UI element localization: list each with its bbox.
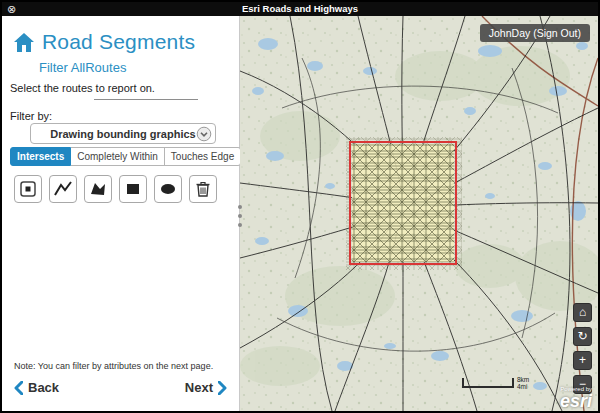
page-subtitle: Filter AllRoutes [39,60,126,75]
draw-toolbar [14,175,217,203]
map-canvas [240,16,598,411]
chevron-left-icon [14,381,23,395]
home-extent-button[interactable]: ⌂ [573,303,592,322]
next-label: Next [185,380,213,395]
esri-logo: Powered by esri [560,386,592,410]
home-icon [12,31,36,54]
window-title: Esri Roads and Highways [2,2,598,16]
spatial-filter-tabs: Intersects Completely Within Touches Edg… [10,147,241,166]
draw-rectangle-tool-button[interactable] [119,175,147,203]
divider-line [94,99,198,100]
chevron-right-icon [218,381,227,395]
ellipse-icon [158,179,178,199]
content: Road Segments Filter AllRoutes Select th… [2,16,598,411]
page-title: Road Segments [42,30,195,54]
scale-line [462,379,514,388]
app-window: ⊗ Esri Roads and Highways Road Segments … [0,0,600,413]
wizard-navbar: Back Next [2,380,239,395]
draw-point-tool-button[interactable] [14,175,42,203]
trash-icon [194,180,212,198]
splitter-dot [238,223,242,227]
clear-graphics-button[interactable] [189,175,217,203]
rectangle-icon [123,179,143,199]
polygon-icon [88,179,108,199]
urban-area-dense [352,144,454,262]
draw-polyline-tool-button[interactable] [49,175,77,203]
locate-button[interactable]: ↻ [573,327,592,346]
scale-labels: 8km 4mi [517,376,529,390]
filter-by-label: Filter by: [10,110,52,122]
map-controls: ⌂ ↻ + − [573,303,592,394]
splitter-dot [238,214,242,218]
chevron-down-icon [196,126,212,142]
draw-ellipse-tool-button[interactable] [154,175,182,203]
polyline-icon [53,179,73,199]
zoom-in-button[interactable]: + [573,351,592,370]
filter-dropdown-value: Drawing bounding graphics [50,128,195,140]
draw-polygon-tool-button[interactable] [84,175,112,203]
back-label: Back [28,380,59,395]
map-view[interactable]: JohnDay (Sign Out) ⌂ ↻ + − 8km 4mi Power… [240,16,598,411]
panel-splitter[interactable] [235,194,245,238]
esri-wordmark: esri [560,392,592,410]
tab-touches-edge[interactable]: Touches Edge [165,147,241,166]
scale-km-label: 8km [517,376,529,383]
scale-mi-label: 4mi [517,383,529,390]
point-extent-icon [18,179,38,199]
note-text: Note: You can filter by attributes on th… [14,361,231,371]
next-button[interactable]: Next [185,380,227,395]
splitter-dot [238,205,242,209]
titlebar: ⊗ Esri Roads and Highways [2,2,598,16]
user-badge[interactable]: JohnDay (Sign Out) [480,24,590,42]
panel-header: Road Segments [12,30,195,54]
tab-intersects[interactable]: Intersects [10,147,71,166]
back-button[interactable]: Back [14,380,59,395]
instruction-text: Select the routes to report on. [10,82,155,94]
scale-bar: 8km 4mi [462,376,529,390]
tab-completely-within[interactable]: Completely Within [71,147,165,166]
filter-dropdown[interactable]: Drawing bounding graphics [30,123,216,144]
left-panel: Road Segments Filter AllRoutes Select th… [2,16,240,411]
